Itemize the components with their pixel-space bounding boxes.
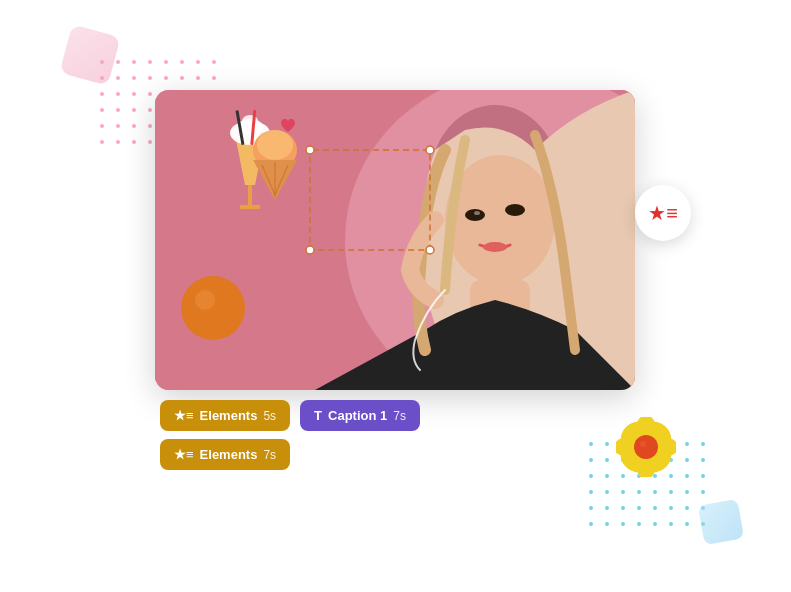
flower-svg — [616, 417, 676, 477]
elements-duration-1: 5s — [263, 409, 276, 423]
star-list-icon: ★≡ — [648, 201, 678, 225]
caption-icon-1: T — [314, 408, 322, 423]
caption-label-1: Caption 1 — [328, 408, 387, 423]
card-background — [155, 90, 635, 390]
elements-icon-1: ★≡ — [174, 408, 194, 423]
elements-label-2: Elements — [200, 447, 258, 462]
svg-point-39 — [640, 441, 646, 447]
caption-duration-1: 7s — [393, 409, 406, 423]
flower-decoration — [616, 417, 676, 477]
video-preview-card — [155, 90, 635, 390]
timeline-row-2: ★≡ Elements 7s — [160, 439, 420, 470]
svg-point-38 — [634, 435, 658, 459]
corner-decoration-topleft — [59, 24, 120, 85]
elements-icon-2: ★≡ — [174, 447, 194, 462]
caption-track-1[interactable]: T Caption 1 7s — [300, 400, 420, 431]
corner-decoration-bottomright — [698, 499, 744, 545]
elements-track-2[interactable]: ★≡ Elements 7s — [160, 439, 290, 470]
elements-duration-2: 7s — [263, 448, 276, 462]
timeline-container: ★≡ Elements 5s T Caption 1 7s ★≡ Element… — [160, 400, 420, 470]
elements-label-1: Elements — [200, 408, 258, 423]
star-elements-badge[interactable]: ★≡ — [635, 185, 691, 241]
timeline-row-1: ★≡ Elements 5s T Caption 1 7s — [160, 400, 420, 431]
elements-track-1[interactable]: ★≡ Elements 5s — [160, 400, 290, 431]
